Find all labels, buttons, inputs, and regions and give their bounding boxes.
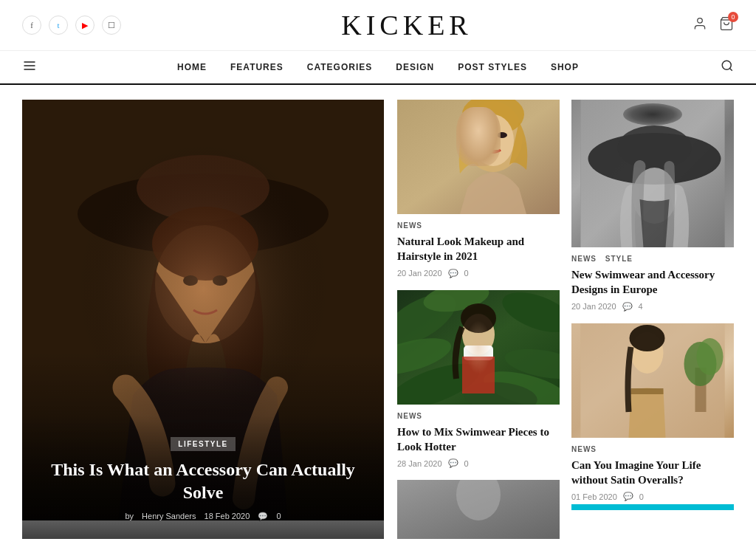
featured-date: 18 Feb 2020: [205, 512, 250, 520]
article-hat[interactable]: NEWS STYLE New Swimwear and Accessory De…: [571, 100, 734, 312]
svg-point-31: [422, 290, 492, 317]
site-logo[interactable]: KICKER: [121, 9, 693, 41]
svg-point-43: [618, 126, 692, 170]
search-icon[interactable]: [721, 59, 734, 75]
article-jungle-title: How to Mix Swimwear Pieces to Look Hotte…: [397, 424, 560, 455]
far-right-column: NEWS STYLE New Swimwear and Accessory De…: [571, 100, 734, 539]
middle-column: NEWS Natural Look Makeup and Hairstyle i…: [397, 100, 560, 539]
nav-post-styles[interactable]: POST STYLES: [458, 62, 527, 72]
article-makeup[interactable]: NEWS Natural Look Makeup and Hairstyle i…: [397, 100, 560, 278]
comment-icon: 💬: [622, 302, 633, 312]
svg-point-29: [397, 354, 485, 405]
featured-title: This Is What an Accessory Can Actually S…: [40, 458, 366, 504]
article-satin-category: NEWS: [571, 445, 734, 453]
svg-point-33: [462, 314, 495, 355]
article-satin[interactable]: NEWS Can You Imagine Your Life without S…: [571, 323, 734, 511]
instagram-icon[interactable]: ☐: [102, 16, 121, 35]
article-hat-categories: NEWS STYLE: [571, 255, 734, 263]
user-icon[interactable]: [693, 16, 707, 35]
article-jungle-date: 28 Jan 2020: [397, 459, 442, 468]
svg-rect-51: [631, 388, 664, 394]
hamburger-menu[interactable]: [22, 58, 37, 77]
svg-point-5: [722, 61, 731, 69]
article-satin-meta: 01 Feb 2020 💬 0: [571, 492, 734, 501]
header-actions: 0: [693, 16, 734, 35]
svg-point-25: [397, 290, 464, 356]
article-makeup-comments: 0: [464, 269, 469, 278]
svg-point-28: [503, 343, 560, 384]
article-jungle-image: [397, 290, 560, 405]
nav-shop[interactable]: SHOP: [551, 62, 579, 72]
svg-point-20: [472, 114, 514, 166]
svg-point-52: [630, 325, 665, 351]
svg-rect-35: [462, 357, 495, 393]
twitter-icon[interactable]: t: [49, 16, 68, 35]
featured-article[interactable]: LIFESTYLE This Is What an Accessory Can …: [22, 100, 384, 539]
article-makeup-category: NEWS: [397, 221, 560, 230]
comment-icon: 💬: [258, 512, 268, 520]
article-hat-date: 20 Jan 2020: [571, 302, 616, 311]
nav-links: HOME FEATURES CATEGORIES DESIGN POST STY…: [177, 61, 579, 73]
nav-features[interactable]: FEATURES: [230, 62, 284, 72]
svg-point-49: [697, 338, 724, 375]
article-makeup-date: 20 Jan 2020: [397, 269, 442, 278]
svg-point-32: [462, 379, 538, 404]
social-icons: f t ▶ ☐: [22, 16, 121, 35]
article-jungle[interactable]: NEWS How to Mix Swimwear Pieces to Look …: [397, 290, 560, 469]
article-makeup-meta: 20 Jan 2020 💬 0: [397, 269, 560, 278]
nav-design[interactable]: DESIGN: [396, 62, 434, 72]
article-satin-comments: 0: [639, 492, 644, 501]
article-satin-image: [571, 323, 734, 438]
comment-icon: 💬: [623, 492, 633, 501]
featured-category: LIFESTYLE: [171, 437, 235, 451]
featured-comments: 0: [276, 512, 281, 520]
teal-accent-bar: [571, 504, 734, 510]
cart-badge: 0: [728, 12, 738, 22]
article-makeup-title: Natural Look Makeup and Hairstyle in 202…: [397, 234, 560, 264]
comment-icon: 💬: [448, 269, 458, 278]
article-hat-meta: 20 Jan 2020 💬 4: [571, 302, 734, 312]
article-makeup-image: [397, 100, 560, 214]
svg-rect-23: [397, 290, 560, 405]
svg-point-26: [497, 290, 560, 340]
youtube-icon[interactable]: ▶: [75, 16, 94, 35]
article-bottom-partial[interactable]: [397, 480, 560, 539]
facebook-icon[interactable]: f: [22, 16, 41, 35]
featured-author: Henry Sanders: [142, 512, 196, 520]
right-columns: NEWS Natural Look Makeup and Hairstyle i…: [397, 100, 734, 539]
svg-line-6: [729, 68, 732, 70]
article-jungle-category: NEWS: [397, 412, 560, 420]
nav-home[interactable]: HOME: [177, 62, 207, 72]
svg-rect-24: [397, 290, 560, 405]
article-jungle-comments: 0: [464, 459, 469, 468]
article-satin-date: 01 Feb 2020: [571, 492, 617, 501]
svg-point-0: [698, 18, 703, 23]
featured-meta: by Henry Sanders 18 Feb 2020 💬 0: [40, 512, 366, 521]
featured-by: by: [125, 512, 134, 520]
cart-icon[interactable]: 0: [719, 16, 734, 35]
svg-point-21: [479, 132, 489, 138]
comment-icon: 💬: [448, 458, 458, 468]
main-content: LIFESTYLE This Is What an Accessory Can …: [0, 100, 756, 539]
svg-rect-34: [464, 346, 493, 360]
svg-point-36: [461, 303, 496, 333]
article-satin-title: Can You Imagine Your Life without Satin …: [571, 458, 734, 488]
article-bottom-image: [397, 480, 560, 539]
svg-point-27: [397, 331, 455, 382]
top-bar: f t ▶ ☐ KICKER 0: [0, 0, 756, 51]
nav-categories[interactable]: CATEGORIES: [307, 62, 372, 72]
article-hat-comments: 4: [639, 302, 643, 311]
article-hat-title: New Swimwear and Accessory Designs in Eu…: [571, 267, 734, 298]
article-jungle-meta: 28 Jan 2020 💬 0: [397, 458, 560, 468]
svg-point-30: [480, 364, 560, 405]
featured-overlay: LIFESTYLE This Is What an Accessory Can …: [22, 415, 384, 539]
article-hat-image: [571, 100, 734, 247]
svg-point-22: [497, 132, 507, 138]
nav-bar: HOME FEATURES CATEGORIES DESIGN POST STY…: [0, 51, 756, 85]
